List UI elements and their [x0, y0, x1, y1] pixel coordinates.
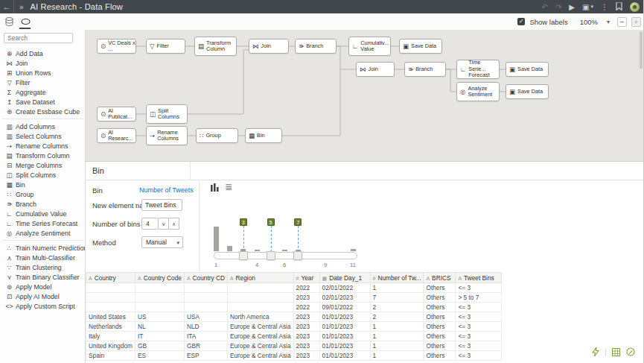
column-header-tweet-bins[interactable]: ATweet Bins	[456, 273, 502, 283]
sidebar-item-filter[interactable]: ▽Filter	[0, 78, 86, 87]
table-cell: Europe & Central Asia	[227, 322, 293, 332]
kebab-menu-icon[interactable]: ⋮	[601, 3, 608, 11]
zoom-level-caret-icon[interactable]: ▾	[607, 19, 610, 25]
sidebar-item-aggregate[interactable]: ΣAggregate	[0, 87, 86, 97]
edit-mode-icon[interactable]	[626, 346, 635, 359]
node-rename-columns[interactable]: ⇢Rename Columns	[146, 126, 188, 145]
zoom-out-button[interactable]: −	[617, 17, 627, 27]
editor-toolbar: ✓ Show labels 100% ▾ − +	[0, 13, 644, 30]
node-filter[interactable]: ▽Filter	[146, 39, 185, 54]
bin-marker-line	[298, 226, 299, 252]
column-header-number-of-tw[interactable]: #Number of Tw...	[370, 273, 424, 283]
sidebar-item-transform-column[interactable]: ▤Transform Column	[0, 151, 86, 160]
redo-icon[interactable]: ↷	[555, 3, 561, 11]
node-branch-1[interactable]: ⋔Branch	[295, 39, 337, 54]
undo-icon[interactable]: ↶	[542, 3, 548, 11]
bins-decrement-button[interactable]: ∨	[159, 218, 169, 230]
zoom-in-button[interactable]: +	[631, 17, 641, 27]
sidebar-item-select-columns[interactable]: ▥Select Columns	[0, 131, 86, 141]
sidebar-item-train-binary-classifier[interactable]: ⋎Train Binary Classifier	[0, 272, 86, 282]
node-bin[interactable]: ▦Bin	[245, 128, 282, 143]
sidebar-item-join[interactable]: ⋈Join	[0, 58, 86, 68]
table-cell: <= 3	[456, 283, 502, 293]
sidebar-item-train-numeric-prediction[interactable]: ∴Train Numeric Prediction	[0, 243, 86, 253]
save-menu-button[interactable]: ▣ ▾	[582, 3, 593, 11]
node-label: Group	[205, 133, 220, 139]
search-input[interactable]	[4, 33, 73, 43]
expand-panels-icon[interactable]: »	[19, 3, 24, 11]
show-labels-checkbox[interactable]: ✓	[517, 18, 525, 25]
sidebar-item-rename-columns[interactable]: ⇢Rename Columns	[0, 141, 86, 151]
merge-columns-icon: ⊟	[4, 162, 14, 169]
sidebar-item-apply-custom-script[interactable]: <>Apply Custom Script	[0, 301, 86, 311]
table-grid-icon[interactable]	[612, 346, 620, 359]
column-header-region[interactable]: ARegion	[227, 273, 293, 283]
node-ai-publications-dataset[interactable]: ⊙AI Publicat...	[97, 107, 136, 121]
canvas-vertical-scrollbar[interactable]	[640, 31, 643, 69]
apply-custom-script-icon: <>	[4, 303, 14, 310]
method-select[interactable]: Manual ▾	[141, 236, 183, 248]
node-save-data-2[interactable]: ▣Save Data	[506, 62, 549, 77]
new-element-name-input[interactable]	[141, 199, 182, 211]
sidebar-item-merge-columns[interactable]: ⊟Merge Columns	[0, 160, 86, 170]
flow-canvas[interactable]: ⊙VC Deals x ...▽Filter▤Transform Column⋈…	[86, 30, 644, 161]
column-header-brics[interactable]: ABRICS	[424, 273, 456, 283]
save-icon: ▣	[582, 3, 589, 11]
node-group[interactable]: ∷Group	[196, 128, 238, 143]
avatar[interactable]: ☻	[630, 2, 640, 12]
node-join-1[interactable]: ⋈Join	[249, 39, 289, 54]
node-branch-2[interactable]: ⋔Branch	[404, 62, 446, 77]
node-join-2[interactable]: ⋈Join	[356, 62, 395, 77]
list-view-icon[interactable]: ≣	[223, 182, 234, 192]
column-header-country[interactable]: ACountry	[86, 273, 136, 283]
sidebar-item-save-dataset[interactable]: ↥Save Dataset	[0, 97, 86, 107]
histogram-view-icon[interactable]	[209, 182, 220, 192]
column-header-country-cd[interactable]: ACountry CD	[184, 273, 227, 283]
sidebar-item-time-series-forecast[interactable]: ∟Time Series Forecast	[0, 218, 86, 228]
back-icon[interactable]: ←	[0, 0, 14, 13]
column-header-country-code[interactable]: ACountry Code	[136, 273, 185, 283]
bins-increment-button[interactable]: ∧	[169, 218, 179, 230]
node-split-columns[interactable]: ◫Split Columns	[146, 104, 188, 124]
sidebar-item-apply-ai-model[interactable]: ⊡Apply AI Model	[0, 291, 86, 301]
node-ai-research-dataset[interactable]: ⊙AI Researc...	[97, 128, 136, 143]
table-cell	[86, 303, 136, 312]
node-save-data-1[interactable]: ▣Save Data	[399, 39, 442, 54]
sidebar-item-split-columns[interactable]: ◫Split Columns	[0, 170, 86, 180]
node-label: Analyze Sentiment	[468, 86, 492, 98]
number-of-bins-value[interactable]: 4	[141, 218, 159, 230]
sidebar-item-analyze-sentiment[interactable]: ◎Analyze Sentiment	[0, 228, 86, 238]
sidebar-item-union-rows[interactable]: ⊞Union Rows	[0, 68, 86, 78]
zoom-level-value[interactable]: 100%	[580, 18, 598, 26]
sidebar-item-create-essbase-cube[interactable]: ⊛Create Essbase Cube	[0, 107, 86, 116]
node-analyze-sentiment[interactable]: ◎Analyze Sentiment	[456, 82, 500, 101]
bookmark-icon[interactable]	[616, 2, 622, 12]
bin-slider-handle[interactable]	[239, 251, 248, 260]
bin-slider-track[interactable]	[214, 252, 357, 259]
validate-flash-icon[interactable]	[592, 346, 599, 359]
sidebar-item-cumulative-value[interactable]: ∟Cumulative Value	[0, 209, 86, 218]
tab-data-sources[interactable]	[3, 16, 15, 28]
sidebar-item-branch[interactable]: ⋔Branch	[0, 199, 86, 209]
column-header-date-day-1[interactable]: ▦Date Day_1	[319, 273, 370, 283]
node-cumulative-value[interactable]: ∟Cumulativ... Value	[348, 37, 391, 56]
node-label: VC Deals x ...	[108, 40, 136, 53]
bin-column-link[interactable]: Number of Tweets	[139, 186, 194, 194]
tab-steps[interactable]	[19, 16, 31, 28]
sidebar-item-train-clustering[interactable]: ∵Train Clustering	[0, 262, 86, 272]
node-transform-column[interactable]: ▤Transform Column	[194, 37, 237, 56]
bin-slider-handle[interactable]	[267, 251, 275, 260]
sidebar-item-apply-model[interactable]: ⊚Apply Model	[0, 282, 86, 291]
node-vc-deals-dataset[interactable]: ⊙VC Deals x ...	[97, 39, 136, 54]
bin-slider-handle[interactable]	[293, 251, 302, 260]
filter-node-icon: ▽	[150, 43, 155, 50]
sidebar-item-bin[interactable]: ▦Bin	[0, 180, 86, 189]
run-flow-icon[interactable]: ▶	[569, 3, 575, 11]
node-time-series-forecast[interactable]: ∟Time Serie... Forecast	[456, 60, 500, 79]
node-save-data-3[interactable]: ▣Save Data	[506, 84, 549, 99]
column-header-year[interactable]: #Year	[293, 273, 319, 283]
sidebar-item-group[interactable]: ∷Group	[0, 189, 86, 199]
sidebar-item-train-multi-classifier[interactable]: ⋏Train Multi-Classifier	[0, 253, 86, 262]
sidebar-item-add-data[interactable]: ⊕Add Data	[0, 48, 86, 58]
sidebar-item-add-columns[interactable]: ▥Add Columns	[0, 121, 86, 131]
